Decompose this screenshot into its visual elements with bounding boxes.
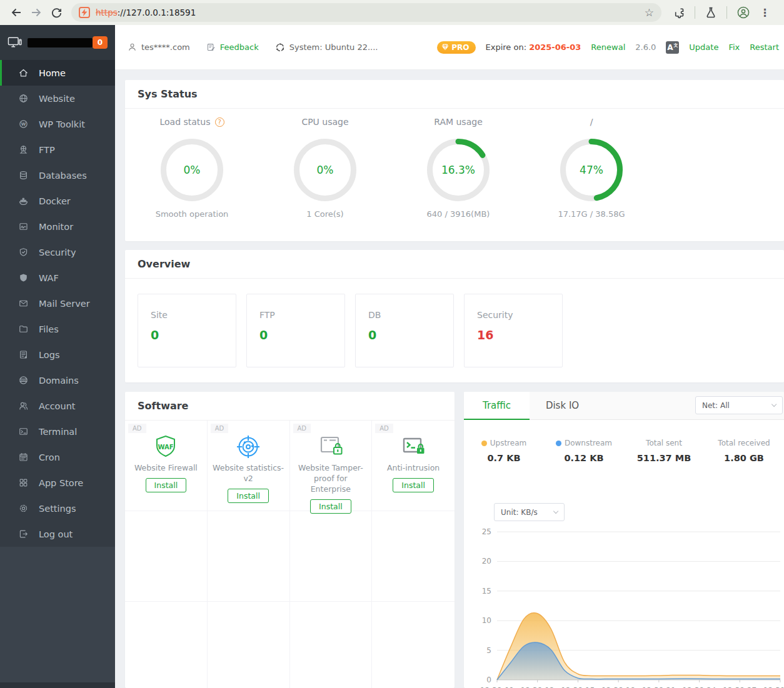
sidebar-item-mail-server[interactable]: Mail Server [0, 291, 115, 316]
overview-box-security[interactable]: Security16 [464, 294, 563, 367]
stat-value: 0.12 KB [544, 453, 624, 463]
stat-label-text: Downstream [565, 439, 612, 447]
sys-status-card: Sys Status Load status?0%Smooth operatio… [125, 80, 784, 241]
sidebar-item-label: Terminal [39, 427, 77, 437]
url-text: https://127.0.0.1:18591 [96, 7, 196, 17]
shield-solid-icon [18, 272, 29, 283]
sidebar-item-terminal[interactable]: Terminal [0, 419, 115, 444]
browser-forward-button[interactable] [26, 2, 46, 22]
install-button[interactable]: Install [146, 478, 187, 492]
browser-reload-button[interactable] [46, 2, 66, 22]
traffic-area-chart: 252015105012:38:0912:38:1212:38:1512:38:… [464, 522, 784, 688]
sidebar-item-wp-toolkit[interactable]: WWP Toolkit [0, 111, 115, 137]
pro-badge[interactable]: PRO [437, 41, 475, 54]
sidebar-item-home[interactable]: Home [0, 60, 115, 86]
sidebar-item-domains[interactable]: wwwDomains [0, 367, 115, 393]
legend-dot-icon [556, 441, 561, 446]
sidebar-item-app-store[interactable]: App Store [0, 470, 115, 496]
renewal-link[interactable]: Renewal [591, 42, 625, 52]
home-icon [18, 67, 29, 78]
overview-box-label: FTP [259, 310, 344, 320]
sidebar-item-account[interactable]: Account [0, 393, 115, 419]
restart-link[interactable]: Restart [750, 42, 779, 52]
software-cell-empty [125, 511, 208, 602]
forward-arrow-icon [30, 6, 43, 19]
svg-text:25: 25 [482, 527, 491, 536]
gauge-caption: 17.17G / 38.58G [529, 209, 654, 219]
language-icon[interactable]: A文 [666, 41, 679, 54]
user-account[interactable]: tes****.com [128, 42, 190, 52]
stat-label: Total sent [624, 439, 704, 447]
expire-label: Expire on: [486, 42, 527, 52]
sidebar-item-logs[interactable]: Logs [0, 342, 115, 367]
software-cell: ADWebsite Tamper-proof for EnterpriseIns… [290, 421, 373, 511]
sidebar-item-label: Settings [39, 504, 76, 514]
sidebar-item-log-out[interactable]: Log out [0, 521, 115, 547]
sidebar-item-ftp[interactable]: FTP [0, 137, 115, 162]
sidebar-item-label: Cron [39, 452, 60, 462]
sidebar-item-databases[interactable]: Databases [0, 162, 115, 188]
message-count-badge[interactable]: 0 [93, 36, 108, 49]
software-name: Website Firewall [131, 463, 201, 474]
sidebar: 0 HomeWebsiteWWP ToolkitFTPDatabasesDock… [0, 25, 115, 688]
install-button[interactable]: Install [393, 478, 434, 492]
browser-menu-icon[interactable]: ⋮ [760, 6, 770, 19]
stat-label-text: Total sent [646, 439, 682, 447]
site-favicon-lightning-icon [79, 7, 90, 18]
extensions-icon[interactable] [673, 6, 685, 19]
database-icon [18, 170, 29, 181]
browser-back-button[interactable] [6, 2, 26, 22]
toolbar-divider [726, 6, 727, 19]
topbar-right: PRO Expire on: 2025-06-03 Renewal 2.6.0 … [437, 41, 779, 54]
tab-traffic[interactable]: Traffic [464, 392, 530, 420]
overview-box-db[interactable]: DB0 [355, 294, 454, 367]
profile-avatar-icon[interactable] [736, 6, 750, 19]
anti-intrusion-icon [400, 434, 426, 459]
flask-icon[interactable] [705, 6, 717, 19]
traffic-stat-downstream: Downstream0.12 KB [544, 439, 624, 463]
stat-label-text: Total received [718, 439, 770, 447]
url-scheme: https [96, 7, 118, 17]
sidebar-item-waf[interactable]: WAF [0, 265, 115, 291]
sidebar-item-security[interactable]: Security [0, 239, 115, 265]
overview-box-ftp[interactable]: FTP0 [246, 294, 345, 367]
net-select[interactable]: Net: All [695, 396, 783, 414]
sys-status-title: Sys Status [125, 80, 784, 109]
sidebar-item-label: Home [39, 68, 66, 78]
feedback-link[interactable]: Feedback [206, 42, 259, 52]
sidebar-item-settings[interactable]: Settings [0, 496, 115, 521]
software-cell-empty [208, 511, 290, 602]
software-cell-empty [125, 602, 208, 688]
system-info: System: Ubuntu 22.... [275, 42, 378, 52]
ad-tag: AD [211, 424, 229, 433]
update-link[interactable]: Update [689, 42, 718, 52]
gauge-label-text: RAM usage [434, 117, 483, 127]
help-icon[interactable]: ? [215, 117, 224, 127]
software-name: Anti-intrusion [383, 463, 443, 474]
sidebar-item-files[interactable]: Files [0, 316, 115, 342]
traffic-tabbar: TrafficDisk IO Net: All [464, 392, 784, 420]
unit-select[interactable]: Unit: KB/s [494, 503, 565, 521]
traffic-chart: 252015105012:38:0912:38:1212:38:1512:38:… [464, 522, 784, 688]
stat-label: Upstream [464, 439, 544, 447]
sidebar-item-docker[interactable]: Docker [0, 188, 115, 214]
bookmark-star-icon[interactable]: ☆ [645, 7, 654, 18]
statistics-target-icon [236, 434, 261, 459]
address-bar[interactable]: https://127.0.0.1:18591 ☆ [71, 3, 661, 22]
software-cell: ADWAFWebsite FirewallInstall [125, 421, 208, 511]
software-name: Website Tamper-proof for Enterprise [290, 463, 372, 495]
sidebar-item-website[interactable]: Website [0, 86, 115, 111]
software-cell: ADWebsite statistics-v2Install [208, 421, 290, 511]
sidebar-item-label: Website [39, 94, 75, 104]
fix-link[interactable]: Fix [728, 42, 740, 52]
sidebar-item-cron[interactable]: Cron [0, 444, 115, 470]
gauge-ring: 16.3% [426, 137, 491, 202]
gauge-caption: Smooth operation [129, 209, 254, 219]
tab-disk-io[interactable]: Disk IO [530, 392, 595, 420]
ftp-globe-icon [18, 144, 29, 155]
install-button[interactable]: Install [228, 489, 269, 503]
overview-box-site[interactable]: Site0 [138, 294, 236, 367]
overview-box-label: DB [368, 310, 453, 320]
sidebar-item-monitor[interactable]: Monitor [0, 214, 115, 239]
www-globe-icon: www [18, 375, 29, 386]
